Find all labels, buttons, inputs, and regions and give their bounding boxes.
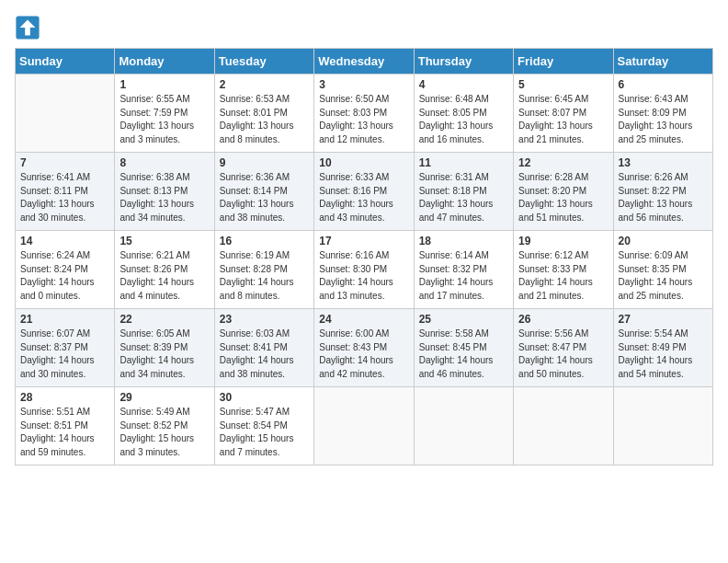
calendar-cell: 22Sunrise: 6:05 AMSunset: 8:39 PMDayligh…: [115, 309, 214, 387]
day-info: Sunrise: 5:56 AMSunset: 8:47 PMDaylight:…: [518, 327, 608, 381]
calendar-cell: 7Sunrise: 6:41 AMSunset: 8:11 PMDaylight…: [16, 153, 115, 231]
calendar-cell: 2Sunrise: 6:53 AMSunset: 8:01 PMDaylight…: [214, 75, 313, 153]
weekday-header-tuesday: Tuesday: [214, 49, 313, 75]
calendar-cell: 1Sunrise: 6:55 AMSunset: 7:59 PMDaylight…: [115, 75, 214, 153]
calendar-cell: 10Sunrise: 6:33 AMSunset: 8:16 PMDayligh…: [314, 153, 414, 231]
weekday-header-friday: Friday: [514, 49, 613, 75]
calendar-cell: 28Sunrise: 5:51 AMSunset: 8:51 PMDayligh…: [16, 387, 115, 465]
calendar-cell: 25Sunrise: 5:58 AMSunset: 8:45 PMDayligh…: [414, 309, 513, 387]
calendar-cell: [414, 387, 513, 465]
day-number: 9: [220, 156, 309, 169]
day-number: 19: [518, 235, 608, 247]
calendar-cell: [16, 75, 115, 153]
day-info: Sunrise: 6:09 AMSunset: 8:35 PMDaylight:…: [619, 249, 708, 303]
day-number: 12: [518, 156, 608, 169]
calendar-cell: 26Sunrise: 5:56 AMSunset: 8:47 PMDayligh…: [514, 309, 613, 387]
day-number: 27: [619, 313, 708, 326]
calendar-cell: [314, 387, 414, 465]
calendar-cell: 18Sunrise: 6:14 AMSunset: 8:32 PMDayligh…: [414, 231, 513, 309]
day-number: 10: [319, 156, 408, 169]
calendar-cell: 24Sunrise: 6:00 AMSunset: 8:43 PMDayligh…: [314, 309, 414, 387]
day-number: 6: [619, 78, 708, 91]
day-number: 7: [20, 156, 109, 169]
weekday-header-wednesday: Wednesday: [314, 49, 414, 75]
day-number: 11: [419, 156, 508, 169]
calendar-cell: 17Sunrise: 6:16 AMSunset: 8:30 PMDayligh…: [314, 231, 414, 309]
day-info: Sunrise: 6:43 AMSunset: 8:09 PMDaylight:…: [619, 93, 708, 146]
day-info: Sunrise: 6:28 AMSunset: 8:20 PMDaylight:…: [518, 171, 608, 224]
calendar-cell: 19Sunrise: 6:12 AMSunset: 8:33 PMDayligh…: [514, 231, 613, 309]
day-info: Sunrise: 6:33 AMSunset: 8:16 PMDaylight:…: [319, 171, 408, 224]
calendar-cell: [613, 387, 712, 465]
day-info: Sunrise: 6:55 AMSunset: 7:59 PMDaylight:…: [119, 93, 209, 146]
day-info: Sunrise: 6:26 AMSunset: 8:22 PMDaylight:…: [619, 171, 708, 224]
calendar-cell: 4Sunrise: 6:48 AMSunset: 8:05 PMDaylight…: [414, 75, 513, 153]
day-number: 30: [220, 391, 309, 404]
day-number: 4: [419, 78, 508, 91]
day-info: Sunrise: 6:12 AMSunset: 8:33 PMDaylight:…: [518, 249, 608, 303]
day-info: Sunrise: 6:50 AMSunset: 8:03 PMDaylight:…: [319, 93, 408, 146]
day-number: 13: [619, 156, 708, 169]
calendar-cell: 15Sunrise: 6:21 AMSunset: 8:26 PMDayligh…: [115, 231, 214, 309]
day-info: Sunrise: 6:07 AMSunset: 8:37 PMDaylight:…: [20, 327, 109, 381]
day-info: Sunrise: 5:51 AMSunset: 8:51 PMDaylight:…: [20, 406, 109, 459]
calendar-cell: 13Sunrise: 6:26 AMSunset: 8:22 PMDayligh…: [613, 153, 712, 231]
day-info: Sunrise: 6:24 AMSunset: 8:24 PMDaylight:…: [20, 249, 109, 303]
day-info: Sunrise: 6:14 AMSunset: 8:32 PMDaylight:…: [419, 249, 508, 303]
calendar-cell: 9Sunrise: 6:36 AMSunset: 8:14 PMDaylight…: [214, 153, 313, 231]
calendar-cell: 30Sunrise: 5:47 AMSunset: 8:54 PMDayligh…: [214, 387, 313, 465]
day-info: Sunrise: 6:45 AMSunset: 8:07 PMDaylight:…: [518, 93, 608, 146]
calendar-cell: [514, 387, 613, 465]
calendar-cell: 29Sunrise: 5:49 AMSunset: 8:52 PMDayligh…: [115, 387, 214, 465]
day-number: 25: [419, 313, 508, 326]
calendar-cell: 23Sunrise: 6:03 AMSunset: 8:41 PMDayligh…: [214, 309, 313, 387]
calendar-cell: 21Sunrise: 6:07 AMSunset: 8:37 PMDayligh…: [16, 309, 115, 387]
logo-icon: [15, 15, 40, 40]
day-number: 3: [319, 78, 408, 91]
day-info: Sunrise: 6:36 AMSunset: 8:14 PMDaylight:…: [220, 171, 309, 224]
day-number: 1: [119, 78, 209, 91]
day-info: Sunrise: 6:05 AMSunset: 8:39 PMDaylight:…: [119, 327, 209, 381]
calendar-cell: 8Sunrise: 6:38 AMSunset: 8:13 PMDaylight…: [115, 153, 214, 231]
day-info: Sunrise: 6:03 AMSunset: 8:41 PMDaylight:…: [220, 327, 309, 381]
calendar-cell: 3Sunrise: 6:50 AMSunset: 8:03 PMDaylight…: [314, 75, 414, 153]
calendar-cell: 27Sunrise: 5:54 AMSunset: 8:49 PMDayligh…: [613, 309, 712, 387]
day-info: Sunrise: 5:47 AMSunset: 8:54 PMDaylight:…: [220, 406, 309, 459]
day-number: 15: [119, 235, 209, 247]
day-number: 18: [419, 235, 508, 247]
calendar-cell: 20Sunrise: 6:09 AMSunset: 8:35 PMDayligh…: [613, 231, 712, 309]
calendar-cell: 16Sunrise: 6:19 AMSunset: 8:28 PMDayligh…: [214, 231, 313, 309]
day-info: Sunrise: 6:21 AMSunset: 8:26 PMDaylight:…: [119, 249, 209, 303]
day-info: Sunrise: 5:58 AMSunset: 8:45 PMDaylight:…: [419, 327, 508, 381]
day-info: Sunrise: 6:19 AMSunset: 8:28 PMDaylight:…: [220, 249, 309, 303]
calendar-cell: 11Sunrise: 6:31 AMSunset: 8:18 PMDayligh…: [414, 153, 513, 231]
calendar-cell: 6Sunrise: 6:43 AMSunset: 8:09 PMDaylight…: [613, 75, 712, 153]
day-number: 20: [619, 235, 708, 247]
day-info: Sunrise: 6:38 AMSunset: 8:13 PMDaylight:…: [119, 171, 209, 224]
calendar-table: SundayMondayTuesdayWednesdayThursdayFrid…: [15, 48, 713, 465]
weekday-header-saturday: Saturday: [613, 49, 712, 75]
day-info: Sunrise: 6:53 AMSunset: 8:01 PMDaylight:…: [220, 93, 309, 146]
weekday-header-thursday: Thursday: [414, 49, 513, 75]
day-number: 29: [119, 391, 209, 404]
weekday-header-monday: Monday: [115, 49, 214, 75]
weekday-header-sunday: Sunday: [16, 49, 115, 75]
day-number: 23: [220, 313, 309, 326]
day-number: 26: [518, 313, 608, 326]
day-number: 24: [319, 313, 408, 326]
day-info: Sunrise: 6:16 AMSunset: 8:30 PMDaylight:…: [319, 249, 408, 303]
day-number: 5: [518, 78, 608, 91]
day-number: 16: [220, 235, 309, 247]
logo: [15, 15, 44, 40]
day-number: 22: [119, 313, 209, 326]
day-info: Sunrise: 6:31 AMSunset: 8:18 PMDaylight:…: [419, 171, 508, 224]
day-info: Sunrise: 6:00 AMSunset: 8:43 PMDaylight:…: [319, 327, 408, 381]
day-info: Sunrise: 5:49 AMSunset: 8:52 PMDaylight:…: [119, 406, 209, 459]
day-number: 14: [20, 235, 109, 247]
day-number: 28: [20, 391, 109, 404]
day-number: 8: [119, 156, 209, 169]
calendar-cell: 14Sunrise: 6:24 AMSunset: 8:24 PMDayligh…: [16, 231, 115, 309]
day-info: Sunrise: 5:54 AMSunset: 8:49 PMDaylight:…: [619, 327, 708, 381]
calendar-cell: 5Sunrise: 6:45 AMSunset: 8:07 PMDaylight…: [514, 75, 613, 153]
day-number: 17: [319, 235, 408, 247]
